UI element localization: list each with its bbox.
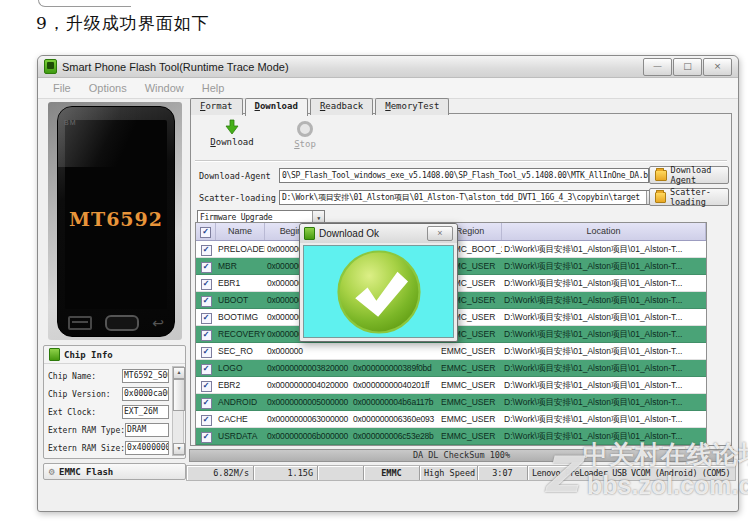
row-checkbox[interactable]: ✓: [201, 313, 212, 324]
scatter-loading-browse-button[interactable]: Scatter-loading: [649, 188, 729, 206]
status-segment: Lenovo PreLoader USB VCOM (Android) (COM…: [528, 466, 735, 480]
cell-end-address: 0x00000000040201ff: [351, 377, 439, 393]
chip-info-scrollbar[interactable]: ▲ ▼: [172, 366, 184, 456]
chip-info-header[interactable]: Chip Info: [44, 346, 185, 364]
gear-icon: ⚙: [49, 466, 55, 477]
phone-corner-label: BM: [64, 119, 77, 126]
chip-info-fields: Chip Name: MT6592_S00 Chip Version: 0x00…: [48, 367, 169, 457]
table-row[interactable]: ✓ LOGO 0x0000000003820000 0x000000000389…: [196, 360, 706, 377]
row-checkbox[interactable]: ✓: [201, 364, 212, 375]
cell-region: EMMC_USER: [439, 377, 502, 393]
status-segment: EMMC: [364, 466, 420, 480]
cell-location: D:\Work\项目安排\01_Alston项目\01_Alston-T...: [502, 377, 706, 393]
chip-field-label: Chip Name:: [48, 372, 122, 381]
table-row[interactable]: ✓ EBR2 0x0000000004020000 0x000000000402…: [196, 377, 706, 394]
row-checkbox[interactable]: ✓: [201, 245, 212, 256]
row-checkbox[interactable]: ✓: [201, 347, 212, 358]
app-window: Smart Phone Flash Tool(Runtime Trace Mod…: [37, 55, 739, 512]
tab[interactable]: Download: [245, 98, 308, 116]
chip-field-value[interactable]: 0x0000ca00: [122, 387, 169, 401]
table-row[interactable]: ✓ ANDROID 0x0000000005000000 0x000000004…: [196, 394, 706, 411]
header-checkbox-cell: ✓: [196, 223, 216, 240]
cell-end-address: 0x000000006c53e28b: [351, 428, 439, 444]
cell-location: D:\Work\项目安排\01_Alston项目\01_Alston-T...: [502, 292, 706, 308]
dialog-close-button[interactable]: ×: [427, 226, 453, 241]
chip-field-value[interactable]: EXT_26M: [122, 405, 169, 419]
emmc-flash-section[interactable]: ⚙ EMMC Flash: [43, 463, 186, 480]
emmc-flash-label: EMMC Flash: [59, 467, 113, 477]
scrollbar-thumb[interactable]: [173, 379, 185, 411]
status-bar: 6.82M/s1.15GEMMCHigh Speed3:07Lenovo Pre…: [186, 465, 736, 481]
scroll-up-icon[interactable]: ▲: [173, 367, 185, 379]
chip-info-row: Extern RAM Type: DRAM: [48, 421, 169, 439]
row-checkbox[interactable]: ✓: [201, 262, 212, 273]
scatter-file-value: D:\Work\项目安排\01_Alston项目\01_Alston-T\als…: [282, 193, 640, 202]
title-bar[interactable]: Smart Phone Flash Tool(Runtime Trace Mod…: [38, 56, 738, 78]
tab[interactable]: Readback: [310, 98, 373, 115]
table-row[interactable]: ✓ SEC_RO 0x000000 EMMC_USER D:\Work\项目安排…: [196, 343, 706, 360]
table-row[interactable]: ✓ USRDATA 0x000000006b000000 0x000000006…: [196, 428, 706, 445]
column-header-location[interactable]: Location: [502, 223, 706, 240]
cell-location: D:\Work\项目安排\01_Alston项目\01_Alston-T...: [502, 411, 706, 427]
chip-field-value[interactable]: 0x40000000: [125, 441, 169, 455]
tab[interactable]: Format: [190, 98, 243, 115]
download-agent-input[interactable]: 0\SP_Flash_Tool_windows_exe_v5.1408.00\S…: [279, 168, 649, 183]
row-checkbox[interactable]: ✓: [201, 296, 212, 307]
chip-info-row: Ext Clock: EXT_26M: [48, 403, 169, 421]
menu-item[interactable]: File: [44, 82, 80, 94]
status-segment: 1.15G: [254, 466, 318, 480]
scroll-down-icon[interactable]: ▼: [173, 443, 185, 455]
download-tab-panel: Download Stop Download-Agent 0\SP_Flash_…: [190, 113, 732, 446]
row-checkbox[interactable]: ✓: [201, 330, 212, 341]
menu-item[interactable]: Window: [136, 82, 193, 94]
dialog-body: [303, 245, 454, 338]
row-checkbox-cell: ✓: [196, 241, 216, 257]
row-checkbox-cell: ✓: [196, 326, 216, 342]
tab[interactable]: MemoryTest: [375, 98, 449, 115]
chip-field-value[interactable]: DRAM: [125, 423, 169, 437]
chip-field-value[interactable]: MT6592_S00: [122, 369, 169, 383]
row-checkbox[interactable]: ✓: [201, 381, 212, 392]
scatter-file-combobox[interactable]: D:\Work\项目安排\01_Alston项目\01_Alston-T\als…: [279, 190, 659, 205]
status-segment: High Speed: [420, 466, 478, 480]
row-checkbox-cell: ✓: [196, 377, 216, 393]
cell-begin-address: 0x000000006b000000: [265, 428, 351, 444]
minimize-button[interactable]: —: [643, 58, 672, 76]
dialog-title-bar[interactable]: Download Ok ×: [300, 224, 457, 243]
row-checkbox[interactable]: ✓: [201, 398, 212, 409]
row-checkbox-cell: ✓: [196, 428, 216, 444]
maximize-button[interactable]: □: [673, 58, 702, 76]
download-button[interactable]: Download: [203, 119, 261, 147]
download-ok-dialog: Download Ok ×: [299, 223, 458, 342]
stop-button[interactable]: Stop: [285, 119, 325, 149]
menu-item[interactable]: Help: [193, 82, 234, 94]
row-checkbox-cell: ✓: [196, 258, 216, 274]
app-icon: [44, 59, 57, 74]
close-button[interactable]: ×: [703, 58, 732, 76]
select-all-checkbox[interactable]: ✓: [200, 227, 211, 238]
download-agent-browse-button[interactable]: Download Agent: [649, 166, 729, 184]
row-checkbox[interactable]: ✓: [201, 279, 212, 290]
cell-name: MBR: [216, 258, 265, 274]
checksum-progress-bar: DA DL CheckSum 100%: [189, 449, 734, 462]
table-row[interactable]: ✓ CACHE 0x0000000063000000 0x00000000636…: [196, 411, 706, 428]
download-button-label: Download: [210, 137, 253, 147]
cell-location: D:\Work\项目安排\01_Alston项目\01_Alston-T...: [502, 258, 706, 274]
folder-icon: [655, 192, 666, 203]
status-segment: 3:07: [478, 466, 528, 480]
column-header-name[interactable]: Name: [216, 223, 265, 240]
cell-begin-address: 0x000000: [265, 343, 351, 359]
previous-screenshot-edge: [38, 0, 131, 7]
cell-region: EMMC_USER: [439, 428, 502, 444]
status-segment: 6.82M/s: [187, 466, 254, 480]
cell-begin-address: 0x0000000004020000: [265, 377, 351, 393]
cell-end-address: 0x000000004b6a117b: [351, 394, 439, 410]
menu-item[interactable]: Options: [80, 82, 136, 94]
row-checkbox[interactable]: ✓: [201, 415, 212, 426]
chip-info-panel: Chip Info Chip Name: MT6592_S00 Chip Ver…: [43, 345, 186, 459]
device-photo: BM MT6592 ↩: [48, 102, 182, 340]
cell-location: D:\Work\项目安排\01_Alston项目\01_Alston-T...: [502, 275, 706, 291]
row-checkbox[interactable]: ✓: [201, 432, 212, 443]
chip-info-title: Chip Info: [64, 350, 113, 360]
cell-location: D:\Work\项目安排\01_Alston项目\01_Alston-T...: [502, 309, 706, 325]
